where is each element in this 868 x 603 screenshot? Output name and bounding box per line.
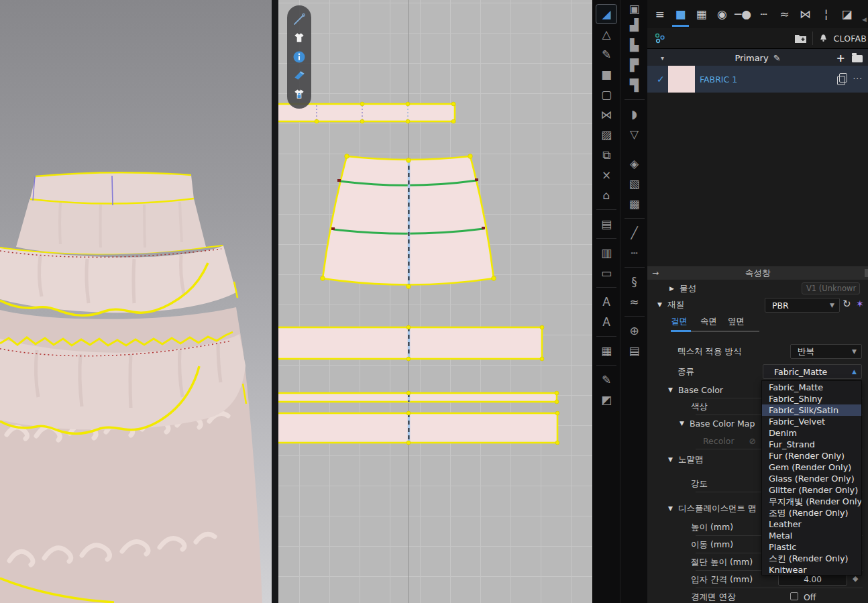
dropdown-item[interactable]: Fabric_Matte [762,382,861,393]
dropdown-item[interactable]: Metal [762,530,861,541]
material-section-row[interactable]: ▼ 재질 PBR ▼ ↻ ✶ [647,296,868,313]
transform-pattern-tool[interactable]: ◢ [596,4,617,24]
clofab-label[interactable]: CLOFAB [834,34,867,44]
tab-graphic[interactable]: ▦ [691,1,712,27]
info-tool-icon[interactable] [292,50,307,64]
garment-show-tool-icon[interactable] [292,31,307,46]
expand-triangle-icon[interactable]: ▼ [657,301,662,308]
viewport-3d[interactable] [0,0,272,603]
edit-curvature-tool[interactable]: ✎ [596,44,617,64]
garment-lock-tool-icon[interactable] [292,87,307,102]
free-sewing-tool[interactable]: ▛ [624,55,645,75]
dropdown-item[interactable]: Leather [762,518,861,530]
tab-button[interactable]: ◉ [712,1,733,27]
dropdown-item[interactable]: 조명 (Render Only) [762,507,861,518]
flatten-tool[interactable]: ✎ [596,370,617,390]
zoom-pattern-tool[interactable]: ⊕ [624,321,645,341]
segment-sewing-tool[interactable]: ▙ [624,35,645,55]
tab-scene[interactable]: ≡ [649,1,670,27]
tab-scroll-left-icon[interactable]: ◀ [862,16,867,23]
quilt-garment-tool[interactable]: ▧ [624,174,645,194]
expand-triangle-icon[interactable]: ▼ [680,420,684,427]
dock-arrow-icon[interactable]: → [652,268,659,278]
material-wizard-icon[interactable]: ✶ [856,298,864,309]
internal-polygon-tool[interactable]: ▨ [596,125,617,145]
trace-tool[interactable]: ⧉ [596,145,617,165]
collapse-triangle-icon[interactable]: ▶ [669,285,674,292]
expand-triangle-icon[interactable]: ▼ [668,456,673,463]
pin-tack-tool[interactable]: ┄ [624,243,645,263]
tab-bow[interactable]: ⋈ [795,1,816,27]
dropdown-item[interactable]: Fabric_Silk/Satin [762,404,861,416]
checker-garment-tool[interactable]: ▩ [624,194,645,214]
dropdown-item[interactable]: Plastic [762,541,861,553]
elastic-tool[interactable]: § [624,272,645,292]
tab-fabric[interactable]: ■ [670,1,691,27]
dropdown-item[interactable]: 스킨 (Render Only) [762,553,861,564]
iron-press-tool[interactable]: ◗ [624,104,645,124]
edit-sewing-tool[interactable]: ▟ [624,15,645,35]
add-fabric-icon[interactable]: + [836,52,845,64]
tab-pin[interactable]: ─● [733,1,753,27]
needle-awl-tool-icon[interactable] [292,12,307,27]
fabric-more-menu-icon[interactable]: ··· [853,74,863,84]
edit-pattern-tool[interactable]: △ [596,24,617,44]
expand-triangle-icon[interactable]: ▼ [668,386,673,393]
seam-allowance-tool[interactable]: ▥ [596,243,617,263]
texture-mode-select[interactable]: 반복 ▼ [790,344,862,359]
shader-select[interactable]: PBR ▼ [765,298,840,313]
folder-icon[interactable] [852,55,863,62]
dropdown-item[interactable]: Fabric_Shiny [762,393,861,404]
add-folder-icon[interactable] [794,33,807,44]
shirring-tool[interactable]: ≈ [624,292,645,312]
tab-inner-surface[interactable]: 속면 [700,316,717,327]
tab-topstitch[interactable]: ┄ [753,1,774,27]
dropdown-item[interactable]: Fur_Strand [762,439,861,450]
viewport-2d-pattern[interactable] [278,0,592,603]
physics-section-row[interactable]: ▶ 물성 V1 (Unknowr [647,280,868,296]
fabric-visible-check-icon[interactable]: ✓ [657,74,665,85]
pleats-tool[interactable]: ▦ [596,341,617,361]
expand-triangle-icon[interactable]: ▼ [668,505,673,512]
dropdown-item[interactable]: Denim [762,427,861,439]
tab-front-surface[interactable]: 겉면 [671,316,688,327]
refresh-material-icon[interactable]: ↻ [843,298,851,310]
group-collapse-caret-icon[interactable]: ▾ [661,54,664,62]
fabric-list-item[interactable]: ✓ FABRIC 1 ··· [647,66,868,93]
tuck-tool[interactable]: ▤ [624,341,645,361]
dropdown-item[interactable]: 무지개빛 (Render Only) [762,496,861,507]
drape-mesh-tool[interactable]: ◈ [624,154,645,174]
sewing-machine-partial[interactable]: ▣ [624,4,645,15]
detail-sewing-tool[interactable]: ▜ [624,75,645,95]
boundary-extension-checkbox[interactable] [790,592,798,600]
dropdown-item[interactable]: Glitter (Render Only) [762,484,861,496]
tab-side-surface[interactable]: 옆면 [728,316,745,327]
ruler-tool[interactable]: ▭ [596,263,617,283]
pattern-outline-tool[interactable]: ⌂ [596,185,617,205]
dropdown-item[interactable]: Gem (Render Only) [762,461,861,473]
tab-trim[interactable]: ◪ [836,1,857,27]
polygon-pattern-tool[interactable]: ■ [596,64,617,85]
clofab-bell-icon[interactable] [818,33,828,44]
select-garment-tool[interactable]: ▽ [624,124,645,144]
dropdown-item[interactable]: Glass (Render Only) [762,473,861,484]
share-link-icon[interactable] [654,33,666,44]
avatar-pattern-tool[interactable]: ◩ [596,390,617,410]
dropdown-item[interactable]: Knitwear [762,564,861,575]
tab-zipper[interactable]: ¦ [816,1,836,27]
dropdown-item[interactable]: Fabric_Velvet [762,416,861,427]
basting-tool[interactable]: ╱ [624,223,645,243]
material-type-combo-open[interactable]: Fabric_Matte ▲ [763,364,862,379]
physics-version-badge[interactable]: V1 (Unknowr [802,282,860,294]
internal-cross-line-tool[interactable]: × [596,165,617,185]
text-tool[interactable]: A [596,312,617,332]
duplicate-fabric-icon[interactable] [837,76,845,85]
dropdown-item[interactable]: Fur (Render Only) [762,450,861,461]
fabric-group-header[interactable]: ▾ Primary ✎ + [647,48,868,66]
rename-pencil-icon[interactable]: ✎ [773,53,781,63]
tab-puckering[interactable]: ≈ [774,1,795,27]
fabric-swatch[interactable] [668,66,695,93]
fold-arrangement-tool[interactable]: ▤ [596,214,617,234]
dart-tool[interactable]: ⋈ [596,105,617,125]
fabric-swatch-tool-icon[interactable] [292,68,307,83]
